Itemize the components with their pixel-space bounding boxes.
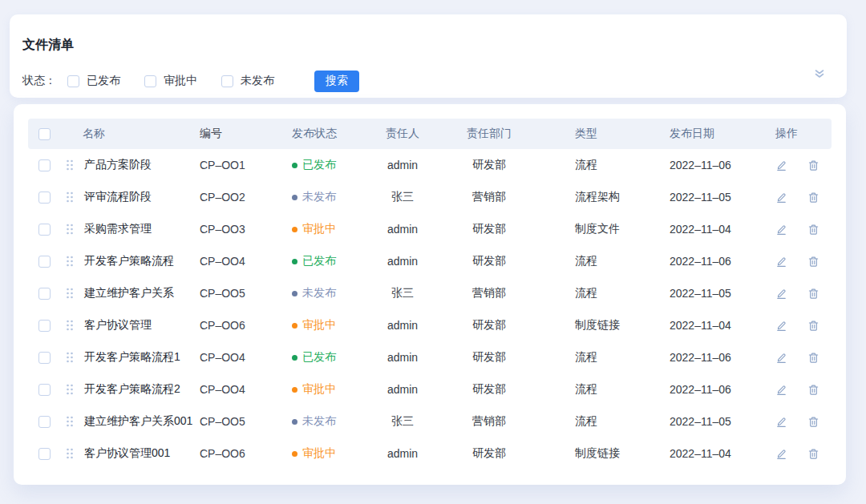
doc-type: 制度链接 — [556, 446, 662, 461]
filter-panel: 文件清单 状态： 已发布 审批中 未发布 搜索 — [10, 14, 847, 98]
edit-icon[interactable] — [775, 384, 787, 396]
filter-option-pending[interactable]: 审批中 — [144, 74, 197, 88]
drag-handle-icon[interactable] — [66, 256, 74, 267]
status-dot-icon — [292, 355, 297, 361]
edit-icon[interactable] — [775, 320, 787, 332]
doc-code: CP–OO4 — [198, 383, 290, 396]
doc-type: 制度文件 — [556, 222, 662, 236]
table-header-row: 名称 编号 发布状态 责任人 责任部门 类型 发布日期 操作 — [28, 119, 832, 149]
table-row: 开发客户策略流程1 CP–OO4 已发布 admin 研发部 流程 2022–1… — [28, 341, 832, 373]
doc-name: 客户协议管理001 — [84, 446, 170, 461]
doc-code: CP–OO4 — [198, 255, 290, 268]
status-badge: 审批中 — [292, 446, 336, 461]
delete-icon[interactable] — [807, 224, 819, 236]
delete-icon[interactable] — [807, 256, 819, 268]
doc-code: CP–OO3 — [198, 223, 290, 236]
dept: 研发部 — [423, 158, 556, 172]
delete-icon[interactable] — [807, 288, 819, 300]
publish-date: 2022–11–04 — [662, 447, 766, 460]
doc-code: CP–OO4 — [198, 351, 290, 364]
row-checkbox[interactable] — [38, 352, 51, 364]
edit-icon[interactable] — [775, 352, 787, 364]
drag-handle-icon[interactable] — [66, 352, 74, 363]
filter-option-unpublished[interactable]: 未发布 — [221, 74, 274, 88]
delete-icon[interactable] — [807, 352, 819, 364]
row-checkbox[interactable] — [38, 256, 51, 268]
edit-icon[interactable] — [775, 416, 787, 428]
select-all-checkbox[interactable] — [38, 128, 51, 140]
row-checkbox[interactable] — [38, 224, 51, 236]
delete-icon[interactable] — [807, 384, 819, 396]
search-button[interactable]: 搜索 — [314, 71, 359, 92]
checkbox-published[interactable] — [67, 75, 79, 87]
column-header-date: 发布日期 — [662, 127, 766, 141]
delete-icon[interactable] — [807, 416, 819, 428]
filter-row: 状态： 已发布 审批中 未发布 搜索 — [22, 70, 359, 92]
column-header-code: 编号 — [198, 127, 290, 141]
filter-option-published[interactable]: 已发布 — [67, 74, 120, 88]
doc-name: 采购需求管理 — [84, 222, 152, 236]
row-checkbox[interactable] — [38, 384, 51, 396]
doc-type: 流程 — [556, 350, 662, 365]
dept: 研发部 — [423, 382, 556, 397]
column-header-actions: 操作 — [766, 127, 832, 141]
page-title: 文件清单 — [22, 37, 74, 54]
drag-handle-icon[interactable] — [66, 448, 74, 459]
drag-handle-icon[interactable] — [66, 192, 74, 203]
doc-code: CP–OO5 — [198, 415, 290, 428]
drag-handle-icon[interactable] — [66, 224, 74, 235]
row-checkbox[interactable] — [38, 159, 51, 171]
delete-icon[interactable] — [807, 159, 819, 171]
status-dot-icon — [292, 419, 297, 425]
status-label: 未发布 — [302, 190, 336, 204]
row-checkbox[interactable] — [38, 192, 51, 204]
status-badge: 审批中 — [292, 318, 336, 333]
status-label: 未发布 — [302, 286, 336, 300]
doc-type: 流程架构 — [556, 190, 662, 204]
checkbox-unpublished[interactable] — [221, 75, 233, 87]
doc-type: 流程 — [556, 414, 662, 429]
doc-code: CP–OO6 — [198, 319, 290, 332]
row-checkbox[interactable] — [38, 320, 51, 332]
status-label: 已发布 — [302, 158, 336, 172]
doc-name: 建立维护客户关系 — [84, 286, 174, 300]
row-checkbox[interactable] — [38, 416, 51, 428]
publish-date: 2022–11–06 — [662, 255, 766, 268]
dept: 研发部 — [423, 254, 556, 268]
edit-icon[interactable] — [775, 288, 787, 300]
double-chevron-down-icon[interactable] — [813, 67, 826, 80]
publish-date: 2022–11–06 — [662, 159, 766, 171]
drag-handle-icon[interactable] — [66, 288, 74, 299]
edit-icon[interactable] — [775, 256, 787, 268]
publish-date: 2022–11–06 — [662, 351, 766, 364]
row-checkbox[interactable] — [38, 448, 51, 460]
edit-icon[interactable] — [775, 192, 787, 204]
status-dot-icon — [292, 323, 297, 329]
delete-icon[interactable] — [807, 320, 819, 332]
owner: 张三 — [382, 414, 423, 429]
drag-handle-icon[interactable] — [66, 320, 74, 331]
owner: admin — [382, 319, 423, 332]
status-badge: 未发布 — [292, 286, 336, 300]
column-header-status: 发布状态 — [290, 127, 382, 141]
status-dot-icon — [292, 291, 297, 296]
drag-handle-icon[interactable] — [66, 159, 74, 171]
doc-name: 建立维护客户关系001 — [84, 414, 192, 429]
edit-icon[interactable] — [775, 159, 787, 171]
edit-icon[interactable] — [775, 224, 787, 236]
status-badge: 未发布 — [292, 414, 336, 429]
table-row: 客户协议管理 CP–OO6 审批中 admin 研发部 制度链接 2022–11… — [28, 309, 832, 341]
drag-handle-icon[interactable] — [66, 384, 74, 395]
checkbox-pending[interactable] — [144, 75, 156, 87]
status-dot-icon — [292, 227, 297, 232]
status-label: 已发布 — [302, 350, 336, 365]
row-checkbox[interactable] — [38, 288, 51, 300]
drag-handle-icon[interactable] — [66, 416, 74, 427]
delete-icon[interactable] — [807, 192, 819, 204]
column-header-dept: 责任部门 — [423, 127, 556, 141]
doc-name: 开发客户策略流程1 — [84, 350, 180, 365]
table-row: 客户协议管理001 CP–OO6 审批中 admin 研发部 制度链接 2022… — [28, 437, 832, 470]
owner: admin — [382, 159, 423, 171]
delete-icon[interactable] — [807, 448, 819, 460]
edit-icon[interactable] — [775, 448, 787, 460]
